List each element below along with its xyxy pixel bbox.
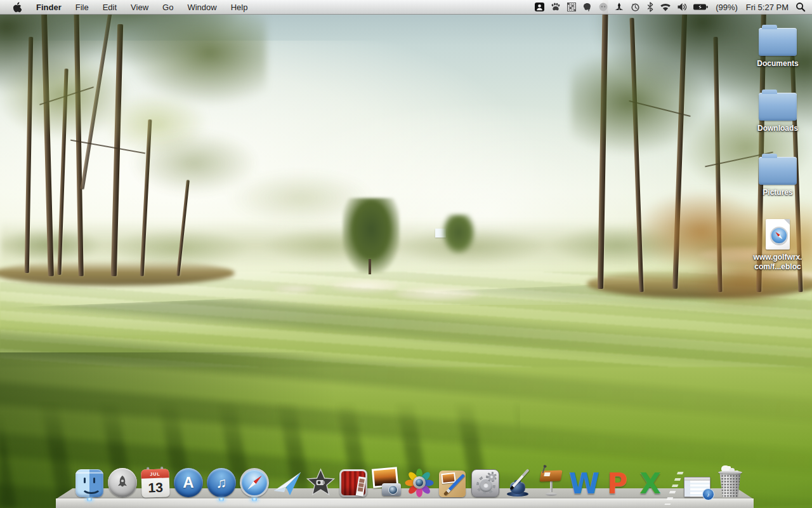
dock-item-word[interactable]: W bbox=[569, 467, 599, 497]
dock-item-imovie[interactable] bbox=[305, 467, 336, 497]
dock-item-calendar[interactable]: JUL 13 bbox=[140, 467, 171, 497]
itunes-icon: ♫ bbox=[207, 468, 236, 497]
dock-item-photo-booth[interactable] bbox=[338, 467, 369, 497]
excel-letter-icon: X bbox=[639, 471, 661, 497]
apple-logo-icon bbox=[13, 2, 22, 13]
dock-item-sparrow-mail[interactable] bbox=[272, 467, 303, 497]
spotlight-search-icon[interactable] bbox=[796, 0, 806, 14]
menu-item-window[interactable]: Window bbox=[180, 0, 223, 14]
safari-webloc-icon bbox=[766, 219, 790, 250]
safari-icon bbox=[240, 468, 269, 497]
powerpoint-letter-icon: P bbox=[607, 471, 627, 497]
minimized-window-icon: ♪ bbox=[684, 477, 710, 497]
dock-item-iphoto[interactable] bbox=[404, 467, 435, 497]
desktop-icon-column: Documents Downloads Pictures www.golfwrx… bbox=[747, 24, 808, 272]
folder-icon bbox=[759, 93, 797, 121]
dock-item-paint-app[interactable] bbox=[437, 467, 468, 497]
compass-needle bbox=[246, 474, 263, 491]
dock-separator bbox=[668, 469, 679, 497]
desktop-icon-label: Documents bbox=[757, 59, 798, 69]
webloc-label-line2: com/f...ebloc bbox=[754, 262, 801, 271]
dock-item-launchpad[interactable] bbox=[107, 467, 138, 497]
evernote-elephant-menu-icon[interactable] bbox=[582, 0, 593, 14]
dock-item-app-store[interactable]: A bbox=[173, 467, 204, 497]
photo-booth-icon bbox=[339, 469, 367, 497]
gray-face-menu-icon[interactable] bbox=[598, 0, 608, 14]
small-gear-icon bbox=[487, 472, 497, 482]
jack-menu-icon[interactable] bbox=[614, 0, 624, 14]
trash-full-icon bbox=[717, 468, 743, 497]
user-card-menu-icon[interactable] bbox=[534, 0, 545, 14]
dock-item-excel[interactable]: X bbox=[635, 467, 665, 497]
menu-item-help[interactable]: Help bbox=[224, 0, 255, 14]
running-indicator-light bbox=[218, 498, 225, 501]
dock-item-system-preferences[interactable] bbox=[470, 467, 501, 497]
desktop-icon-pictures[interactable]: Pictures bbox=[747, 153, 808, 198]
dock-item-safari[interactable] bbox=[239, 467, 270, 497]
running-indicator-light bbox=[251, 498, 258, 501]
menu-item-edit[interactable]: Edit bbox=[96, 0, 124, 14]
bluetooth-menu-icon[interactable] bbox=[646, 0, 654, 14]
folder-icon bbox=[759, 28, 797, 56]
desktop-icon-webloc[interactable]: www.golfwrx. com/f...ebloc bbox=[747, 218, 808, 272]
desktop-icon-documents[interactable]: Documents bbox=[747, 24, 808, 69]
folder-icon bbox=[759, 157, 797, 185]
word-letter-icon: W bbox=[569, 471, 600, 497]
menu-item-finder[interactable]: Finder bbox=[29, 0, 69, 14]
volume-menu-icon[interactable] bbox=[677, 0, 687, 14]
time-machine-menu-icon[interactable] bbox=[630, 0, 641, 14]
system-preferences-icon bbox=[471, 469, 499, 497]
dock-item-itunes[interactable]: ♫ bbox=[206, 467, 237, 497]
imovie-star-icon bbox=[306, 468, 336, 497]
menu-bar-status-area: (99%) Fri 5:27 PM bbox=[534, 0, 812, 14]
paw-print-menu-icon[interactable] bbox=[551, 0, 561, 14]
calendar-day: 13 bbox=[141, 477, 170, 498]
window-sidebar bbox=[684, 481, 690, 497]
menu-item-go[interactable]: Go bbox=[155, 0, 180, 14]
desktop-icon-label: www.golfwrx. com/f...ebloc bbox=[754, 253, 802, 272]
paper-airplane-icon bbox=[273, 469, 302, 497]
menu-bar: Finder File Edit View Go Window Help bbox=[0, 0, 812, 15]
battery-percent-text[interactable]: (99%) bbox=[714, 3, 739, 12]
camera-lens-center bbox=[413, 476, 426, 489]
dock-item-powerpoint[interactable]: P bbox=[602, 467, 632, 497]
rocket-icon bbox=[115, 475, 130, 490]
apple-menu[interactable] bbox=[6, 0, 29, 14]
dock-item-keynote[interactable] bbox=[536, 467, 566, 497]
desktop-icon-downloads[interactable]: Downloads bbox=[747, 89, 808, 134]
desktop-icon-label: Pictures bbox=[763, 188, 792, 198]
grid-menu-icon[interactable] bbox=[566, 0, 577, 14]
dock-item-finder[interactable] bbox=[74, 467, 105, 497]
launchpad-icon bbox=[108, 468, 137, 497]
keynote-podium-icon bbox=[537, 468, 566, 497]
music-note-glyph: ♫ bbox=[216, 474, 226, 491]
dock: JUL 13 A ♫ bbox=[56, 458, 754, 508]
wifi-menu-icon[interactable] bbox=[660, 0, 671, 14]
app-store-icon: A bbox=[174, 468, 203, 497]
iphoto-flower-icon bbox=[405, 468, 434, 497]
pages-inkwell-icon bbox=[504, 468, 533, 497]
macos-desktop: { "menu_bar": { "active_app_menu": "Find… bbox=[0, 0, 812, 508]
menu-item-view[interactable]: View bbox=[124, 0, 155, 14]
battery-charging-menu-icon[interactable] bbox=[693, 0, 709, 14]
dock-item-pages[interactable] bbox=[503, 467, 534, 497]
calendar-icon: JUL 13 bbox=[141, 469, 170, 498]
paint-app-icon bbox=[439, 471, 466, 497]
itunes-badge-icon: ♪ bbox=[702, 488, 714, 500]
desktop-wallpaper[interactable] bbox=[0, 0, 812, 508]
menu-item-file[interactable]: File bbox=[69, 0, 96, 14]
image-capture-icon bbox=[371, 468, 402, 497]
app-store-letter: A bbox=[183, 474, 193, 491]
dock-item-trash[interactable] bbox=[715, 467, 745, 497]
finder-icon bbox=[75, 469, 103, 497]
running-indicator-light bbox=[86, 498, 93, 501]
camera-lens bbox=[388, 485, 398, 495]
dock-icon-row: JUL 13 A ♫ bbox=[74, 467, 745, 497]
wire-mesh-basket bbox=[718, 472, 742, 497]
podium-stem bbox=[550, 481, 553, 492]
podium-base bbox=[546, 493, 557, 496]
menu-bar-clock[interactable]: Fri 5:27 PM bbox=[745, 3, 790, 12]
wallpaper-vignette bbox=[0, 0, 812, 508]
dock-item-image-capture[interactable] bbox=[371, 467, 402, 497]
dock-item-minimized-itunes-window[interactable]: ♪ bbox=[682, 467, 712, 497]
